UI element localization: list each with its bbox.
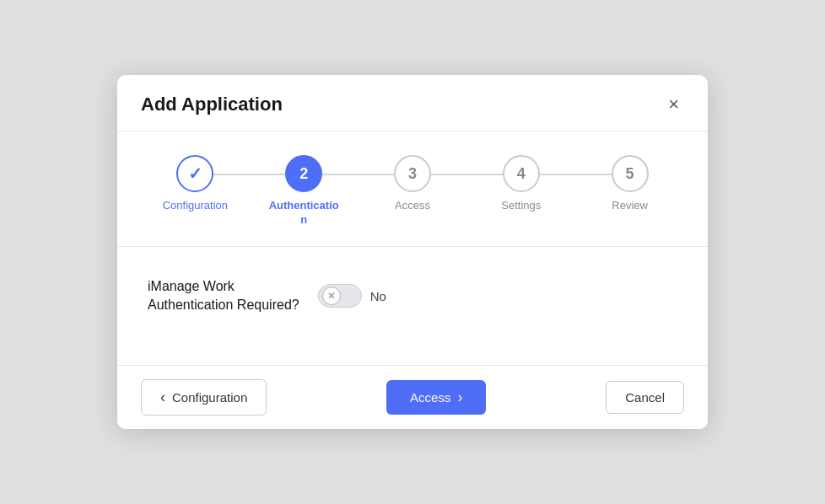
step-3-circle: 3 [394, 155, 431, 192]
step-4-settings: 4 Settings [466, 155, 575, 213]
field-row: iManage Work Authentication Required? ✕ … [148, 277, 677, 315]
next-chevron-icon: › [457, 389, 462, 406]
step-2-label: Authentication [269, 199, 339, 228]
content-section: iManage Work Authentication Required? ✕ … [117, 247, 708, 365]
dialog-title: Add Application [141, 94, 283, 115]
steps-row: ✓ Configuration 2 Authentication 3 Acces… [141, 155, 684, 228]
checkmark-icon: ✓ [188, 164, 202, 184]
field-label: iManage Work Authentication Required? [148, 277, 299, 315]
toggle-knob: ✕ [322, 287, 341, 305]
step-5-label: Review [612, 199, 648, 213]
next-button-label: Access [410, 390, 450, 405]
add-application-dialog: Add Application × ✓ Configuration 2 Auth… [117, 75, 708, 429]
step-5-circle: 5 [612, 155, 649, 192]
cancel-button[interactable]: Cancel [606, 381, 684, 414]
back-button-label: Configuration [172, 390, 247, 405]
back-chevron-icon: ‹ [160, 389, 165, 406]
steps-section: ✓ Configuration 2 Authentication 3 Acces… [117, 131, 708, 247]
dialog-header: Add Application × [117, 75, 708, 131]
authentication-toggle[interactable]: ✕ [318, 284, 362, 308]
step-1-circle: ✓ [176, 155, 213, 192]
step-3-label: Access [395, 199, 430, 213]
step-3-access: 3 Access [359, 155, 467, 213]
dialog-footer: ‹ Configuration Access › Cancel [117, 365, 708, 429]
close-button[interactable]: × [663, 94, 684, 115]
toggle-value-label: No [370, 289, 386, 303]
step-2-authentication: 2 Authentication [250, 155, 359, 228]
step-5-review: 5 Review [575, 155, 684, 213]
step-2-circle: 2 [285, 155, 322, 192]
next-access-button[interactable]: Access › [386, 380, 486, 415]
step-4-circle: 4 [503, 155, 540, 192]
back-button[interactable]: ‹ Configuration [141, 379, 267, 416]
step-4-label: Settings [501, 199, 541, 213]
step-1-configuration: ✓ Configuration [141, 155, 250, 213]
toggle-wrap: ✕ No [318, 284, 386, 308]
step-1-label: Configuration [163, 199, 228, 213]
